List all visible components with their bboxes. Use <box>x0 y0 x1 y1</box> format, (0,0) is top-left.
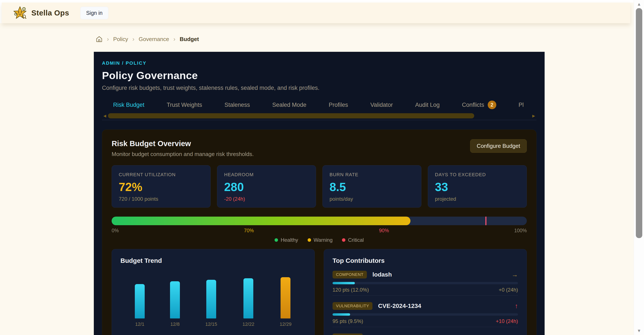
legend-dot-icon <box>308 238 311 242</box>
page-left-margin <box>0 0 2 23</box>
tabs-block: Risk BudgetTrust WeightsStalenessSealed … <box>102 99 536 120</box>
trend-x-label: 12/29 <box>280 321 292 327</box>
contributor-delta-24h: +0 (24h) <box>499 287 518 293</box>
arrow-right-icon[interactable]: → <box>512 271 518 278</box>
arrow-right-icon[interactable]: → <box>512 334 518 335</box>
contributor-row-vulnerabilities: CATEGORYVulnerabilities→ <box>332 327 518 335</box>
tab-audit-log[interactable]: Audit Log <box>404 99 451 111</box>
tab-label: Profiles <box>329 102 348 108</box>
contributors-list: COMPONENTlodash→120 pts (12.0%)+0 (24h)V… <box>332 264 518 335</box>
breadcrumb-link-governance[interactable]: Governance <box>139 36 169 43</box>
vertical-scrollbar-thumb[interactable] <box>636 8 642 238</box>
stat-card-current-utilization: CURRENT UTILIZATION72%720 / 1000 points <box>112 165 210 208</box>
contributor-name: lodash <box>372 271 392 278</box>
gauge-tick-label: 70% <box>244 228 254 234</box>
legend-item-healthy: Healthy <box>274 237 298 243</box>
tab-label: Risk Budget <box>113 102 144 108</box>
gauge-fill <box>112 217 410 225</box>
tab-bar: Risk BudgetTrust WeightsStalenessSealed … <box>102 99 536 111</box>
trend-bar <box>206 280 216 318</box>
scrollbar-down-arrow-icon[interactable]: ▼ <box>634 328 644 333</box>
trend-up-arrow-icon[interactable]: ↑ <box>515 302 518 310</box>
brand-name: Stella Ops <box>31 9 69 17</box>
trend-x-label: 12/1 <box>135 321 144 327</box>
horizontal-scrollbar-thumb[interactable] <box>108 113 474 118</box>
page-subtitle: Configure risk budgets, trust weights, s… <box>102 85 536 91</box>
tab-label: Validator <box>370 102 393 108</box>
gauge-tick-label: 100% <box>514 228 527 234</box>
scrollbar-up-arrow-icon[interactable]: ▲ <box>634 2 644 7</box>
trend-bar <box>170 281 180 318</box>
scroll-right-arrow-icon[interactable]: ▶ <box>531 114 536 118</box>
contributor-points: 120 pts (12.0%) <box>332 287 369 293</box>
risk-budget-overview-card: Risk Budget Overview Monitor budget cons… <box>102 130 536 335</box>
tab-staleness[interactable]: Staleness <box>214 99 261 111</box>
contributor-progress-fill <box>332 282 355 284</box>
tab-label: Pl <box>519 102 524 108</box>
stat-label: HEADROOM <box>224 172 309 177</box>
conflicts-count-badge: 2 <box>488 101 496 109</box>
tab-pl[interactable]: Pl <box>508 99 535 111</box>
page-top-margin <box>0 0 634 3</box>
tab-label: Staleness <box>224 102 250 108</box>
stat-card-days-to-exceeded: DAYS TO EXCEEDED33projected <box>428 165 527 208</box>
stat-value: 8.5 <box>330 180 414 194</box>
gauge-critical-marker <box>485 217 486 225</box>
stat-label: DAYS TO EXCEEDED <box>435 172 520 177</box>
trend-bar-column: 12/8 <box>170 269 180 327</box>
tab-trust-weights[interactable]: Trust Weights <box>156 99 214 111</box>
contributor-progress-fill <box>332 313 350 316</box>
breadcrumb-separator: › <box>174 36 176 43</box>
trend-x-label: 12/8 <box>170 321 180 327</box>
stat-sublabel: -20 (24h) <box>224 196 309 202</box>
configure-budget-button[interactable]: Configure Budget <box>470 139 527 153</box>
tab-label: Sealed Mode <box>272 102 306 108</box>
trend-bar <box>244 278 253 318</box>
tab-conflicts[interactable]: Conflicts2 <box>451 99 508 111</box>
contributor-name: CVE-2024-1234 <box>378 302 421 309</box>
sign-in-button[interactable]: Sign in <box>80 7 108 19</box>
legend-item-warning: Warning <box>308 237 332 243</box>
top-contributors-title: Top Contributors <box>332 257 518 264</box>
budget-trend-card: Budget Trend 12/112/812/1512/2212/29 <box>112 249 315 335</box>
breadcrumb-separator: › <box>132 36 134 43</box>
tab-label: Trust Weights <box>167 102 202 108</box>
admin-policy-eyebrow: ADMIN / POLICY <box>102 60 536 66</box>
legend-label: Warning <box>314 237 332 243</box>
trend-bar <box>280 277 290 318</box>
breadcrumb-link-policy[interactable]: Policy <box>113 36 128 43</box>
gauge-tick-label: 90% <box>379 228 389 234</box>
legend-label: Critical <box>348 237 364 243</box>
trend-x-label: 12/15 <box>205 321 217 327</box>
gauge-tick-label: 0% <box>112 228 119 234</box>
tab-validator[interactable]: Validator <box>359 99 404 111</box>
contributor-row-lodash: COMPONENTlodash→120 pts (12.0%)+0 (24h) <box>332 264 518 296</box>
trend-bar <box>135 284 145 318</box>
trend-bar-column: 12/29 <box>280 269 292 327</box>
scroll-left-arrow-icon[interactable]: ◀ <box>102 114 108 118</box>
tab-risk-budget[interactable]: Risk Budget <box>102 99 156 111</box>
legend-item-critical: Critical <box>342 237 364 243</box>
contributor-name: Vulnerabilities <box>368 334 409 335</box>
stats-row: CURRENT UTILIZATION72%720 / 1000 pointsH… <box>112 165 527 208</box>
stat-card-burn-rate: BURN RATE8.5points/day <box>322 165 422 208</box>
contributor-progress-bar <box>332 282 518 284</box>
breadcrumb-separator: › <box>107 36 109 43</box>
breadcrumb-current-budget: Budget <box>180 36 199 43</box>
contributor-type-badge: CATEGORY <box>332 333 363 335</box>
stat-label: BURN RATE <box>330 172 414 177</box>
tab-profiles[interactable]: Profiles <box>318 99 359 111</box>
stat-card-headroom: HEADROOM280-20 (24h) <box>217 165 316 208</box>
stella-ops-logo-icon <box>13 6 27 20</box>
home-icon[interactable] <box>96 36 102 43</box>
page-vertical-scrollbar[interactable]: ▲ ▼ <box>634 0 644 335</box>
page-title: Policy Governance <box>102 69 536 82</box>
trend-bar-column: 12/22 <box>242 269 254 327</box>
trend-bar-column: 12/15 <box>205 269 217 327</box>
budget-utilization-gauge <box>112 217 527 225</box>
app-header: Stella Ops Sign in <box>2 3 630 23</box>
trend-x-label: 12/22 <box>242 321 254 327</box>
stat-sublabel: points/day <box>330 196 414 202</box>
tab-sealed-mode[interactable]: Sealed Mode <box>261 99 318 111</box>
breadcrumb: › Policy › Governance › Budget <box>96 36 199 43</box>
